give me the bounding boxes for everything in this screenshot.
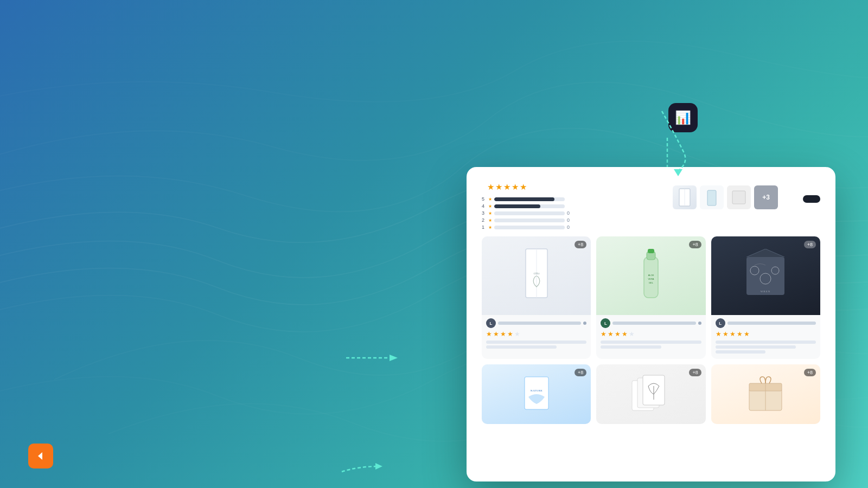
curved-arrow-overlay [0,217,434,488]
customer-photos-section: +3 [673,182,792,209]
photo-thumb-1[interactable] [673,185,697,209]
badge-4: +8 [575,369,586,376]
annotation-icon: 📊 [668,103,698,132]
svg-text:GEL: GEL [649,281,654,284]
photo-thumbs-row: +3 [673,185,792,209]
photo-thumb-2[interactable] [700,185,724,209]
rating-bars: 5 ★ 4 ★ 3 ★ [482,196,570,230]
bar-row-2: 2 ★ 0 [482,217,570,223]
svg-text:cittu: cittu [533,272,539,275]
stars-1: ★ ★ ★ ★ ★ [486,330,586,338]
product-img-4: NATURE +8 [482,364,591,424]
screenshot-panel: ★ ★ ★ ★ ★ 5 ★ 4 ★ [467,167,835,481]
svg-text:WREN: WREN [761,290,771,293]
photo-card-4[interactable]: NATURE +8 [482,364,591,424]
star-5: ★ [520,182,527,192]
left-content [39,33,343,37]
badge-5: +8 [689,369,701,376]
badge-6: +8 [804,369,816,376]
svg-rect-7 [732,191,745,204]
star-1: ★ [487,182,494,192]
product-img-6: +8 [711,364,820,424]
annotation-top-right: 📊 [668,103,705,132]
star-4: ★ [512,182,519,192]
photo-card-3[interactable]: WREN +8 L ★ ★ ★ ★ ★ [711,236,820,359]
photo-card-1[interactable]: cittu +8 L ★ ★ ★ ★ ★ [482,236,591,359]
svg-marker-3 [390,355,398,361]
product-img-1: cittu +8 [482,236,591,315]
bar-row-5: 5 ★ [482,196,570,202]
card-3-body: L ★ ★ ★ ★ ★ [711,315,820,359]
photo-grid: cittu +8 L ★ ★ ★ ★ ★ [482,236,820,424]
avatar-1: L [486,318,496,328]
rating-row: ★ ★ ★ ★ ★ [482,182,570,192]
avatar-2: L [601,318,610,328]
stars-2: ★ ★ ★ ★ ★ [601,330,701,338]
photo-card-5[interactable]: +8 [596,364,705,424]
svg-text:NATURE: NATURE [530,389,542,392]
bar-row-4: 4 ★ [482,203,570,209]
badge-3: +8 [804,241,816,248]
bar-row-3: 3 ★ 0 [482,210,570,216]
stars-3: ★ ★ ★ ★ ★ [716,330,816,338]
photo-thumb-more[interactable]: +3 [754,185,778,209]
dashed-arrow-left [346,347,400,369]
star-3: ★ [503,182,510,192]
svg-text:VERA: VERA [648,278,654,280]
star-2: ★ [495,182,502,192]
badge-1: +8 [575,241,586,248]
logo-icon [28,444,53,468]
svg-rect-24 [525,377,548,409]
logo [28,444,59,468]
rating-summary: ★ ★ ★ ★ ★ 5 ★ 4 ★ [482,182,820,230]
rating-stars: ★ ★ ★ ★ ★ [487,182,530,192]
svg-rect-6 [707,190,716,206]
product-img-2: ALOE VERA GEL +8 [596,236,705,315]
rating-number-block: ★ ★ ★ ★ ★ 5 ★ 4 ★ [482,182,570,230]
product-img-5: +8 [596,364,705,424]
write-review-button[interactable] [803,195,820,203]
photo-card-6[interactable]: +8 [711,364,820,424]
svg-marker-33 [375,463,382,470]
avatar-3: L [716,318,725,328]
bar-row-1: 1 ★ 0 [482,224,570,230]
svg-rect-17 [746,257,784,295]
svg-text:ALOE: ALOE [648,274,654,277]
product-img-3: WREN +8 [711,236,820,315]
svg-rect-13 [648,249,654,253]
photo-card-2[interactable]: ALOE VERA GEL +8 L ★ ★ ★ ★ ★ [596,236,705,359]
photo-thumb-3[interactable] [727,185,751,209]
badge-2: +8 [689,241,701,248]
card-2-body: L ★ ★ ★ ★ ★ [596,315,705,354]
card-1-body: L ★ ★ ★ ★ ★ [482,315,591,354]
